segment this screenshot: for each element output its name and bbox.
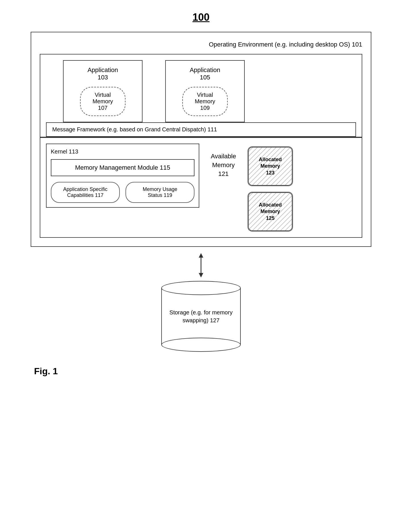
capabilities-row: Application SpecificCapabilities 117 Mem… [51,182,194,203]
allocated-memory-123: AllocatedMemory123 [248,146,293,186]
allocated-memory-125-text: AllocatedMemory125 [259,202,282,222]
cylinder-body: Storage (e.g. for memory swapping) 127 [161,288,241,345]
storage-cylinder: Storage (e.g. for memory swapping) 127 [161,281,241,352]
message-framework-box: Message Framework (e.g. based on Grand C… [46,122,356,137]
right-section: AvailableMemory121 AllocatedMemory123 [205,144,356,232]
top-inner-box: Application103 VirtualMemory107 Applicat… [40,54,362,137]
fig-label: Fig. 1 [34,366,58,377]
cylinder-bottom [161,338,241,352]
allocated-memory-123-text: AllocatedMemory123 [259,156,282,176]
application-103-label: Application103 [69,66,136,81]
lower-section: Kernel 113 Memory Management Module 115 … [40,137,362,238]
arrow-storage-section: Storage (e.g. for memory swapping) 127 [161,253,241,352]
kernel-label: Kernel 113 [51,148,194,155]
virtual-memory-109: VirtualMemory109 [182,87,228,116]
cylinder-top [161,281,241,295]
apps-row: Application103 VirtualMemory107 Applicat… [63,60,356,122]
virtual-memory-107: VirtualMemory107 [80,87,125,116]
allocated-column: AllocatedMemory123 AllocatedMemory125 [248,146,293,232]
application-105-label: Application105 [171,66,238,81]
app-specific-capabilities: Application SpecificCapabilities 117 [51,182,120,203]
diagram-title: 100 [192,11,210,23]
available-memory-label: AvailableMemory121 [205,152,242,178]
double-arrow [195,253,207,278]
operating-env-label: Operating Environment (e.g. including de… [40,41,362,48]
memory-usage-status: Memory UsageStatus 119 [125,182,194,203]
memory-mgmt-module: Memory Management Module 115 [51,159,194,176]
apps-wrapper: Application103 VirtualMemory107 Applicat… [46,60,356,122]
kernel-box: Kernel 113 Memory Management Module 115 … [46,144,199,208]
allocated-memory-125: AllocatedMemory125 [248,192,293,232]
main-diagram-container: Operating Environment (e.g. including de… [31,32,371,247]
svg-marker-5 [199,253,203,258]
storage-label: Storage (e.g. for memory swapping) 127 [162,308,240,324]
svg-marker-6 [199,273,203,277]
application-103-box: Application103 VirtualMemory107 [63,60,143,122]
application-105-box: Application105 VirtualMemory109 [165,60,245,122]
